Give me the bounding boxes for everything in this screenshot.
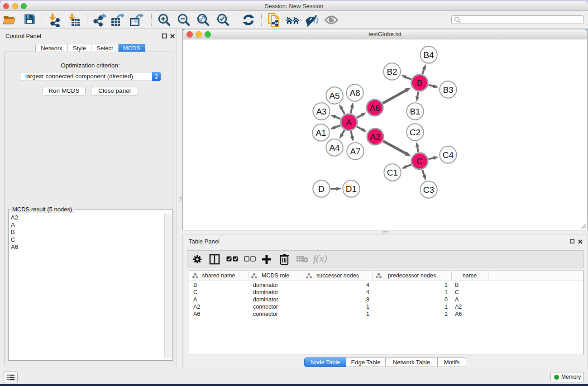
svg-text:A6: A6: [369, 103, 380, 113]
svg-text:A4: A4: [329, 143, 340, 152]
svg-text:A7: A7: [350, 147, 360, 156]
svg-text:C2: C2: [410, 128, 421, 137]
svg-text:B4: B4: [423, 50, 434, 60]
svg-text:B2: B2: [387, 67, 397, 76]
svg-text:A8: A8: [349, 88, 360, 98]
svg-text:C3: C3: [423, 185, 434, 195]
svg-text:C: C: [416, 157, 423, 166]
svg-text:A: A: [346, 118, 352, 127]
svg-text:A3: A3: [316, 107, 326, 116]
svg-text:A1: A1: [316, 128, 326, 138]
svg-text:D: D: [318, 184, 325, 194]
svg-text:B: B: [417, 78, 423, 88]
svg-text:D1: D1: [346, 184, 357, 194]
svg-text:C4: C4: [443, 150, 454, 160]
svg-text:B3: B3: [443, 85, 453, 95]
svg-text:C1: C1: [387, 168, 398, 177]
svg-text:A5: A5: [329, 91, 339, 100]
svg-text:A2: A2: [370, 132, 380, 142]
svg-text:B1: B1: [410, 107, 420, 116]
